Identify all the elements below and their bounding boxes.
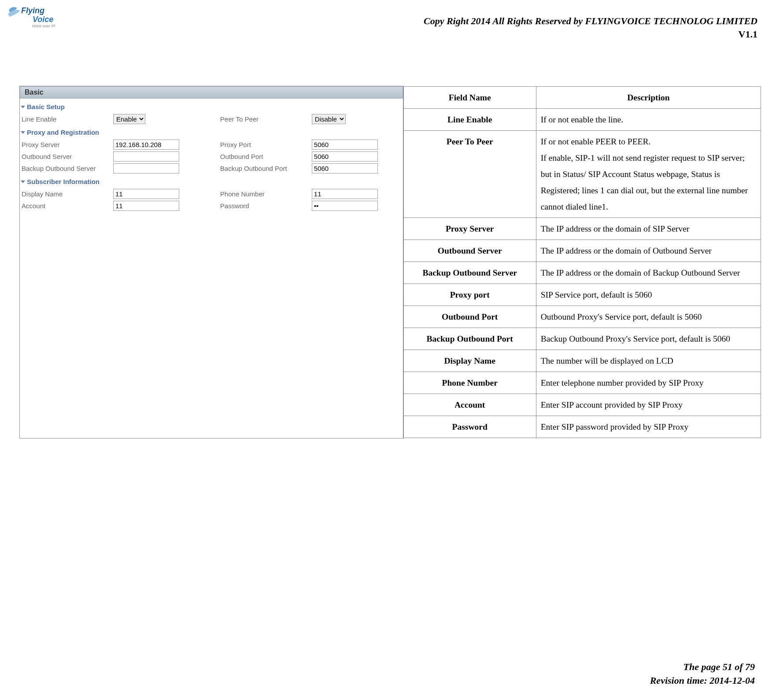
outbound-server-label: Outbound Server	[22, 153, 110, 160]
revision-time: Revision time: 2014-12-04	[650, 675, 755, 686]
outbound-port-input[interactable]	[312, 151, 378, 162]
description-cell: SIP Service port, default is 5060	[536, 284, 761, 306]
phone-number-input[interactable]	[312, 189, 378, 199]
description-cell: The IP address or the domain of Outbound…	[536, 239, 761, 262]
outbound-port-label: Outbound Port	[220, 153, 308, 160]
proxy-registration-label: Proxy and Registration	[27, 129, 99, 136]
table-row: AccountEnter SIP account provided by SIP…	[403, 394, 761, 416]
field-name-cell: Password	[403, 416, 536, 438]
table-row: Display NameThe number will be displayed…	[403, 350, 761, 372]
account-input[interactable]	[113, 201, 179, 211]
description-cell: If or not enable the line.	[536, 108, 761, 130]
field-description-table: Field Name Description Line EnableIf or …	[403, 86, 761, 438]
basic-setup-section-header: Basic Setup	[22, 103, 401, 111]
table-row: Line EnableIf or not enable the line.	[403, 108, 761, 130]
expand-icon	[21, 131, 25, 134]
line-enable-select[interactable]: Enable	[113, 114, 145, 124]
subscriber-info-section-header: Subscriber Information	[22, 178, 401, 185]
description-cell: The IP address or the domain of Backup O…	[536, 262, 761, 284]
description-cell: Backup Outbound Proxy's Service port, de…	[536, 328, 761, 350]
table-row: Backup Outbound PortBackup Outbound Prox…	[403, 328, 761, 350]
table-row: Proxy portSIP Service port, default is 5…	[403, 284, 761, 306]
backup-outbound-server-input[interactable]	[113, 163, 179, 173]
field-name-cell: Line Enable	[403, 108, 536, 130]
table-header-field: Field Name	[403, 86, 536, 108]
svg-text:Voice: Voice	[33, 15, 53, 24]
proxy-port-input[interactable]	[312, 140, 378, 150]
field-name-cell: Backup Outbound Server	[403, 262, 536, 284]
field-name-cell: Display Name	[403, 350, 536, 372]
peer-to-peer-label: Peer To Peer	[220, 115, 308, 123]
table-row: Outbound PortOutbound Proxy's Service po…	[403, 306, 761, 328]
table-row: Outbound ServerThe IP address or the dom…	[403, 239, 761, 262]
proxy-server-label: Proxy Server	[22, 141, 110, 148]
copyright-text: Copy Right 2014 All Rights Reserved by F…	[424, 15, 758, 27]
password-label: Password	[220, 202, 308, 210]
description-cell: Outbound Proxy's Service port, default i…	[536, 306, 761, 328]
table-row: Backup Outbound ServerThe IP address or …	[403, 262, 761, 284]
description-cell: The IP address or the domain of SIP Serv…	[536, 217, 761, 239]
expand-icon	[21, 106, 25, 108]
description-cell: If or not enable PEER to PEER.If enable,…	[536, 130, 761, 217]
page-number: The page 51 of 79	[683, 661, 755, 672]
field-name-cell: Peer To Peer	[403, 130, 536, 217]
description-cell: Enter SIP account provided by SIP Proxy	[536, 394, 761, 416]
svg-text:Voice over IP: Voice over IP	[32, 24, 55, 28]
backup-outbound-port-label: Backup Outbound Port	[220, 165, 308, 172]
version-text: V1.1	[739, 29, 758, 40]
backup-outbound-server-label: Backup Outbound Server	[22, 165, 110, 172]
main-content-table: Basic Basic Setup Line Enable Enable	[19, 86, 761, 438]
basic-panel-title: Basic	[20, 86, 403, 99]
description-cell: Enter telephone number provided by SIP P…	[536, 372, 761, 394]
description-cell: The number will be displayed on LCD	[536, 350, 761, 372]
field-name-cell: Proxy Server	[403, 217, 536, 239]
table-row: Phone NumberEnter telephone number provi…	[403, 372, 761, 394]
field-name-cell: Phone Number	[403, 372, 536, 394]
table-header-description: Description	[536, 86, 761, 108]
table-row: Proxy ServerThe IP address or the domain…	[403, 217, 761, 239]
line-enable-label: Line Enable	[22, 115, 110, 123]
description-panel: Field Name Description Line EnableIf or …	[403, 86, 761, 438]
table-row: Peer To PeerIf or not enable PEER to PEE…	[403, 130, 761, 217]
peer-to-peer-select[interactable]: Disable	[312, 114, 346, 124]
backup-outbound-port-input[interactable]	[312, 163, 378, 173]
display-name-label: Display Name	[22, 190, 110, 198]
field-name-cell: Outbound Server	[403, 239, 536, 262]
phone-number-label: Phone Number	[220, 190, 308, 198]
config-screenshot: Basic Basic Setup Line Enable Enable	[20, 86, 403, 213]
outbound-server-input[interactable]	[113, 151, 179, 162]
field-name-cell: Backup Outbound Port	[403, 328, 536, 350]
password-input[interactable]	[312, 201, 378, 211]
basic-setup-label: Basic Setup	[27, 103, 65, 111]
screenshot-panel: Basic Basic Setup Line Enable Enable	[20, 86, 403, 438]
svg-text:Flying: Flying	[21, 6, 44, 15]
expand-icon	[21, 181, 25, 183]
description-cell: Enter SIP password provided by SIP Proxy	[536, 416, 761, 438]
display-name-input[interactable]	[113, 189, 179, 199]
proxy-port-label: Proxy Port	[220, 141, 308, 148]
page-footer: The page 51 of 79 Revision time: 2014-12…	[650, 660, 755, 688]
account-label: Account	[22, 202, 110, 210]
field-name-cell: Proxy port	[403, 284, 536, 306]
company-logo: Flying Voice Voice over IP	[6, 4, 59, 29]
field-name-cell: Account	[403, 394, 536, 416]
field-name-cell: Outbound Port	[403, 306, 536, 328]
subscriber-info-label: Subscriber Information	[27, 178, 100, 185]
proxy-registration-section-header: Proxy and Registration	[22, 129, 401, 136]
proxy-server-input[interactable]	[113, 140, 179, 150]
table-row: PasswordEnter SIP password provided by S…	[403, 416, 761, 438]
